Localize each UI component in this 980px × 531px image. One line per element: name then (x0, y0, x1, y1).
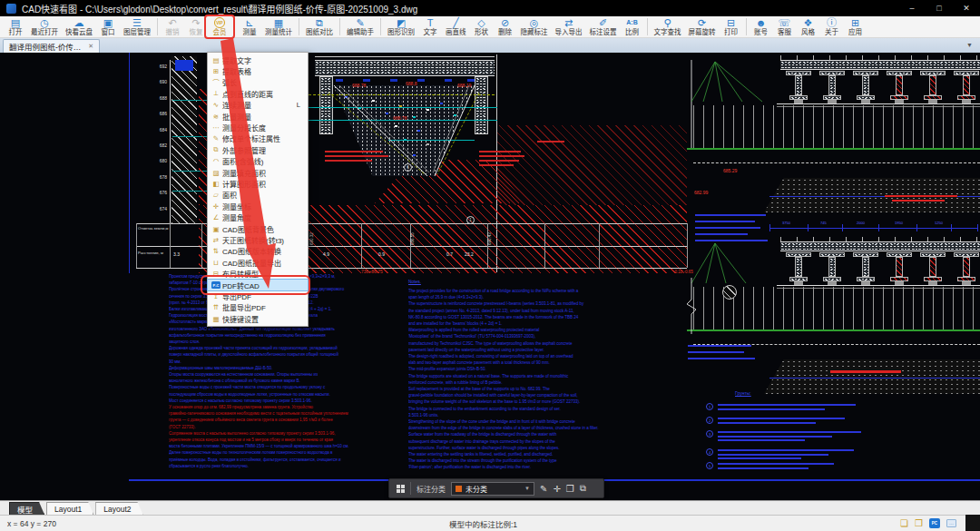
ground-line (687, 148, 980, 150)
material-speck (358, 107, 361, 109)
minimize-button[interactable]: – (898, 0, 926, 16)
tab-close-icon[interactable]: ✕ (88, 43, 93, 50)
menu-item-batch-export-pdf[interactable]: ⇈批量导出PDF (208, 302, 308, 313)
toolbar-button-import-export[interactable]: ⇄导入导出 (552, 16, 586, 37)
toolbar-button-annotation-settings[interactable]: ✐标注设置 (586, 16, 621, 37)
layout-tab-模型[interactable]: 模型 (9, 502, 44, 515)
elevation-label-red: 688.8 (406, 81, 442, 86)
menu-item-modify-annotation-attr[interactable]: ✎修改单个标注属性 (208, 133, 308, 144)
toolbar-button-print[interactable]: ⊟打印 (720, 16, 743, 37)
drawing-file-icon[interactable]: ❏ (900, 519, 908, 528)
toolbar-button-measure-stats[interactable]: ▦测量统计 (261, 16, 296, 37)
menu-item-area-with-arc[interactable]: ◠面积(含弧线) (208, 156, 308, 167)
elevation-scale-value: 686 (143, 111, 167, 117)
menu-item-batch-measure[interactable]: ≋批量测量 (208, 111, 308, 122)
menu-item-xref-manager[interactable]: ⧉外部参照管理 (208, 144, 308, 155)
toolbar-label: 风格 (801, 28, 815, 36)
edit-annotation-icon[interactable]: ✎ (540, 484, 547, 494)
menu-item-calc-area[interactable]: ◧计算图形面积 (208, 178, 308, 189)
menu-item-extract-table[interactable]: ⊞提取表格 (208, 65, 308, 76)
toolbar-button-undo[interactable]: ↶撤销 (161, 16, 184, 37)
toolbar-button-cloud-disk[interactable]: ☁快看云盘 (62, 16, 96, 37)
pdf-to-cad-status-icon[interactable]: PC (929, 518, 940, 528)
menu-item-measure-fill-area[interactable]: ▨测量填充面积 (208, 167, 308, 178)
elevation-scale-value: 680 (143, 158, 167, 164)
toolbar-button-delete[interactable]: ⊘删除 (494, 16, 517, 37)
toolbar-button-edit-assistant[interactable]: ✎编辑助手 (343, 16, 377, 37)
maximize-button[interactable]: □ (926, 0, 953, 16)
area-with-arc-icon: ◠ (210, 157, 222, 165)
toolbar-button-measure[interactable]: ⊾测量 (238, 16, 261, 37)
layout-tab-layout1[interactable]: Layout1 (46, 502, 93, 515)
toolbar-button-recent-open[interactable]: ◷最近打开 (27, 16, 62, 37)
toolbar-button-support[interactable]: ☏客服 (773, 16, 797, 37)
toolbar-button-drawing-compare[interactable]: ⧉图纸对比 (302, 16, 337, 37)
move-icon[interactable]: ✛ (553, 484, 560, 494)
note-line-ru: защитного слоя. (169, 339, 405, 345)
toolbar-label: 屏幕旋转 (689, 28, 716, 36)
toolbar-button-hide-annotation[interactable]: ◎隐藏标注 (517, 16, 552, 37)
table-row-label: Расстояние, м (138, 251, 169, 270)
menu-item-tianzheng-convert[interactable]: ⇄天正图纸转换(转t3) (208, 234, 308, 245)
toolbar-button-shape[interactable]: ◇形状 (470, 16, 494, 37)
toolbar-collapse-icon[interactable]: ▼ (966, 42, 973, 48)
toolbar-button-text[interactable]: T文字 (418, 16, 442, 37)
menu-item-arc-length[interactable]: ⌒弧长 (208, 77, 308, 88)
export-file-icon[interactable]: ❐ (915, 519, 923, 528)
borehole-marker (175, 60, 193, 71)
menu-item-segment-length[interactable]: ⋯测量分段长度 (208, 122, 308, 133)
shape-recognition-icon: ◩ (397, 17, 406, 28)
menu-item-batch-export-drawings[interactable]: ⊔CAD图纸批量导出 (208, 257, 308, 268)
menu-item-pdf-to-cad[interactable]: P-CPDF转CAD (208, 280, 308, 290)
toolbar-button-account[interactable]: ☻账号 (750, 16, 773, 37)
pile-line (753, 287, 754, 329)
grid-view-icon[interactable] (397, 485, 405, 493)
menu-item-hotkey-settings[interactable]: ▦快捷键设置 (208, 313, 308, 324)
menu-item-version-convert[interactable]: ⇅CAD图纸版本转换 (208, 246, 308, 257)
menu-item-label: 布局转模型 (222, 269, 259, 279)
toolbar-button-layer-manager[interactable]: ☰图层管理 (120, 16, 154, 37)
style-icon: ❖ (804, 17, 813, 28)
menu-item-measure-angle[interactable]: ∠测量角度 (208, 211, 308, 222)
dimension-value: 1250 (935, 221, 965, 226)
toolbar-separator (647, 18, 648, 35)
note-line-en: Soil replacement is provided at the base… (408, 386, 710, 392)
menu-item-continuous-measure[interactable]: ∿连续测量L (208, 100, 308, 111)
menu-item-measure-coordinate[interactable]: ✛测量坐标 (208, 201, 308, 211)
classify-dropdown[interactable]: 未分类 ▼ (451, 482, 534, 496)
toolbar-button-about[interactable]: ⓘ关于 (820, 16, 844, 37)
pile-line (823, 287, 824, 329)
menu-item-background-color[interactable]: ▣CAD图纸背景色 (208, 223, 308, 234)
toolbar-button-shape-recognition[interactable]: ◩图形识别 (384, 16, 418, 37)
toolbar-button-open[interactable]: ▤打开 (4, 16, 27, 37)
cad-drawing-canvas[interactable]: 692690688686684682680678676674688.78688.… (0, 53, 980, 500)
toolbar-button-style[interactable]: ❖风格 (797, 16, 820, 37)
menu-item-export-pdf[interactable]: ↥导出PDF (208, 290, 308, 301)
document-tab[interactable]: 翻译用例图纸-价传… ✕ (3, 39, 100, 53)
message-icon[interactable]: ··· (946, 519, 956, 527)
pile-line (733, 105, 734, 148)
layout-tab-layout2[interactable]: Layout2 (95, 502, 142, 515)
resize-grip[interactable] (965, 515, 980, 531)
toolbar-button-vip[interactable]: VIP会员 (208, 16, 231, 37)
toolbar-button-draw-line[interactable]: ╱画直线 (442, 16, 470, 37)
pile-line (703, 105, 704, 148)
menu-item-label: 测量坐标 (222, 202, 251, 211)
toolbar-button-window[interactable]: ▣窗口 (96, 16, 120, 37)
toolbar-button-scale[interactable]: A:B比例 (621, 16, 644, 37)
toolbar-button-text-search[interactable]: ⚲文字查找 (651, 16, 685, 37)
menu-item-layout-to-model[interactable]: ⊟布局转模型 (208, 268, 308, 279)
open-icon: ▤ (11, 17, 20, 28)
toolbar-button-screen-rotate[interactable]: ⟳屏幕旋转 (685, 16, 720, 37)
table-rotated-value: 690.32 (309, 227, 317, 245)
menu-item-extract-text[interactable]: ▤提取文字 (208, 54, 308, 65)
paste-icon[interactable]: ⧉ (580, 483, 586, 494)
toolbar-button-redo[interactable]: ↷恢复 (184, 16, 208, 37)
copy-icon[interactable]: ❐ (566, 484, 574, 494)
measure-angle-icon: ∠ (210, 213, 222, 221)
menu-item-area[interactable]: ▱面积 (208, 190, 308, 201)
close-button[interactable]: ✕ (953, 0, 980, 16)
elevation-scale-value: 688 (143, 95, 167, 102)
toolbar-button-apps[interactable]: ⊞应用 (844, 16, 867, 37)
menu-item-point-line-distance[interactable]: ⟂点到直线的距离 (208, 88, 308, 99)
